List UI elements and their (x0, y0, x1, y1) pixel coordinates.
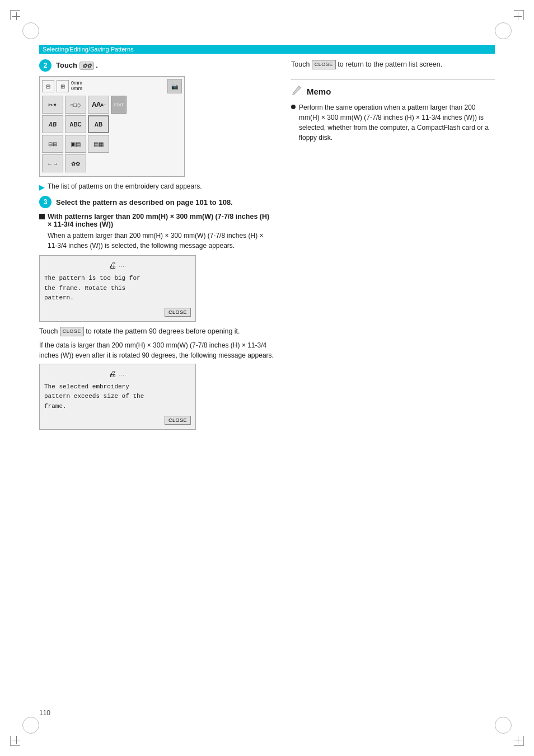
panel-row3: ⊟⊞ ▣▤ ▤▦ (42, 135, 182, 153)
scissors-icon-btn[interactable]: ✂✦ (42, 96, 63, 114)
panel-top-row: ⊟ ⊞ 0mm 0mm 📷 (42, 79, 182, 93)
rotate-instruction: Touch CLOSE to rotate the pattern 90 deg… (39, 326, 274, 337)
crosshair-tl (12, 12, 20, 20)
arrow-note: ▶ The list of patterns on the embroidery… (39, 182, 274, 191)
flower-icon-btn[interactable]: ✿✿ (65, 154, 86, 172)
panel-measurement: 0mm 0mm (71, 81, 82, 92)
aa-icon-btn[interactable]: AAA~ (88, 96, 109, 114)
dots-icon: ···· (119, 264, 127, 269)
memo-item-text: Perform the same operation when a patter… (299, 102, 495, 143)
if-data-text: If the data is larger than 200 mm(H) × 3… (39, 340, 274, 360)
deco-circle-tl (22, 22, 39, 39)
deco-circle-bl (22, 717, 39, 734)
dialog2-text: The selected embroidery pattern exceeds … (44, 382, 191, 412)
large-pattern-title-text: With patterns larger than 200 mm(H) × 30… (48, 213, 274, 228)
large-pattern-section: With patterns larger than 200 mm(H) × 30… (39, 213, 274, 251)
arrow-note-text: The list of patterns on the embroidery c… (48, 182, 202, 190)
ab-serif-btn[interactable]: AB (42, 115, 63, 133)
inline-close-btn1[interactable]: CLOSE (60, 327, 84, 337)
panel-screenshot-icon: 📷 (167, 79, 182, 93)
left-column: 2 Touch ✿✿ . ⊟ ⊞ 0mm (39, 59, 274, 434)
memo-icon (291, 84, 303, 99)
dots-icon2: ···· (119, 373, 127, 378)
dialog2-machine-icon: 🖨 ···· (44, 369, 191, 379)
dialog1-close-button[interactable]: CLOSE (165, 308, 191, 317)
right-column: Touch CLOSE to return to the pattern lis… (291, 59, 495, 434)
step2-circle: 2 (39, 59, 51, 72)
ab-outline-btn[interactable]: AB (88, 115, 109, 133)
arrow-icon-btn[interactable]: ←→ (42, 154, 63, 172)
memo-item: Perform the same operation when a patter… (291, 102, 495, 143)
memo-box: Memo Perform the same operation when a p… (291, 79, 495, 143)
dialog1-close-row: CLOSE (44, 308, 191, 317)
header-bar: Selecting/Editing/Saving Patterns (39, 45, 495, 54)
deco-circle-br (495, 717, 512, 734)
dialog-box-1: 🖨 ···· The pattern is too big for the fr… (39, 255, 196, 322)
large-pattern-body: When a pattern larger than 200 mm(H) × 3… (48, 231, 274, 251)
dialog2-close-row: CLOSE (44, 416, 191, 425)
large-pattern-title: With patterns larger than 200 mm(H) × 30… (39, 213, 274, 228)
arrow-right-icon: ▶ (39, 183, 45, 191)
panel-row4: ←→ ✿✿ (42, 154, 182, 172)
memo-header: Memo (291, 84, 495, 99)
edit-btn[interactable]: EDIT (111, 96, 127, 114)
return-instruction: Touch CLOSE to return to the pattern lis… (291, 59, 495, 70)
memo-title-text: Memo (307, 87, 331, 96)
step2-header: 2 Touch ✿✿ . (39, 59, 274, 72)
embroidery-panel: ⊟ ⊞ 0mm 0mm 📷 ✂✦ ○□◇ AAA~ EDIT (39, 76, 185, 177)
panel-row2: AB ABC AB (42, 115, 182, 133)
dialog2-close-button[interactable]: CLOSE (165, 416, 191, 425)
header-title: Selecting/Editing/Saving Patterns (43, 46, 134, 53)
dialog1-text: The pattern is too big for the frame. Ro… (44, 274, 191, 303)
frame-icon2-btn[interactable]: ▣▤ (65, 135, 86, 153)
page-content: Selecting/Editing/Saving Patterns 2 Touc… (39, 45, 495, 722)
two-column-layout: 2 Touch ✿✿ . ⊟ ⊞ 0mm (39, 59, 495, 434)
crosshair-br (514, 736, 522, 744)
frame-icon3-btn[interactable]: ▤▦ (88, 135, 109, 153)
inline-close-btn-return[interactable]: CLOSE (312, 60, 336, 70)
panel-small-icon1: ⊟ (42, 80, 54, 92)
dialog-box-2: 🖨 ···· The selected embroidery pattern e… (39, 364, 196, 430)
dialog1-machine-icon: 🖨 ···· (44, 260, 191, 270)
step3-text: Select the pattern as described on page … (56, 198, 233, 206)
step2-text: Touch ✿✿ . (56, 61, 98, 70)
page-number: 110 (39, 709, 50, 717)
black-square-icon (39, 214, 45, 219)
deco-circle-tr (495, 22, 512, 39)
crosshair-bl (12, 736, 20, 744)
step3-header: 3 Select the pattern as described on pag… (39, 196, 274, 208)
panel-small-icon2: ⊞ (57, 80, 69, 92)
touch-embroidery-icon: ✿✿ (79, 62, 94, 70)
memo-bullet-icon (291, 105, 296, 109)
crosshair-tr (514, 12, 522, 20)
panel-row1: ✂✦ ○□◇ AAA~ EDIT (42, 96, 182, 114)
frame-icon1-btn[interactable]: ⊟⊞ (42, 135, 63, 153)
shapes-icon-btn[interactable]: ○□◇ (65, 96, 86, 114)
abc-btn[interactable]: ABC (65, 115, 86, 133)
step3-circle: 3 (39, 196, 51, 208)
